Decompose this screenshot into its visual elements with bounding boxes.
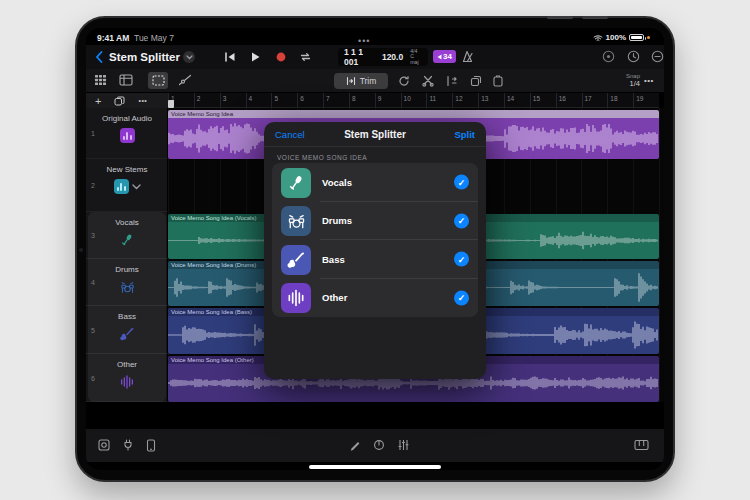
marquee-tool-icon[interactable] [148,72,168,89]
skip-to-beginning-button[interactable] [224,51,236,63]
ruler-bar-number: 6 [297,93,323,107]
project-title: Stem Splitter [109,51,180,63]
ruler-bar-number: 15 [530,93,556,107]
scissors-icon[interactable] [422,75,434,87]
track-row-other[interactable]: 6 Other [86,354,168,402]
track-row-bass[interactable]: 5 Bass [86,306,168,354]
stem-options-list: Vocals ✓ Drums ✓ Bass ✓ Other [272,163,478,317]
track-name: Vocals [86,218,168,227]
cycle-button[interactable] [299,51,312,63]
home-indicator[interactable] [309,465,441,469]
ruler-bar-number: 13 [478,93,504,107]
page-background: 9:41 AM Tue May 7 ••• 100% Stem Splitter… [0,0,750,500]
record-button[interactable] [275,51,287,63]
bass-guitar-icon [286,250,306,270]
tracks-view-icon[interactable] [119,74,133,86]
knob-icon[interactable] [373,439,385,451]
pencil-icon[interactable] [349,439,361,451]
paste-icon[interactable] [492,75,504,87]
volume-button [547,16,573,19]
track-name: Drums [86,265,168,274]
track-name: Original Audio [86,114,168,123]
stem-option-bass[interactable]: Bass ✓ [272,240,478,279]
region-label: Voice Memo Song Idea [168,110,659,118]
back-chevron-icon[interactable] [95,51,103,63]
trim-button[interactable]: Trim [334,73,388,89]
play-button[interactable] [249,51,261,63]
keyboard-icon[interactable] [634,439,649,451]
devices-icon[interactable] [146,439,156,452]
split-button[interactable]: Split [454,129,475,140]
edit-toolbar: Trim Snap1/4 ••• [86,69,664,93]
ruler-bar-number: 2 [194,93,220,107]
status-date: Tue May 7 [134,33,174,43]
drums-icon [286,211,307,231]
volume-button [582,16,608,19]
microphone-icon [119,232,135,248]
dialog-title: Stem Splitter [264,129,486,140]
track-name: Bass [86,312,168,321]
waveform-badge-icon [114,179,129,194]
snap-setting[interactable]: Snap1/4 [604,72,640,88]
ruler-bar-number: 11 [426,93,452,107]
loop-icon[interactable] [398,75,410,87]
loop-browser-icon[interactable] [98,439,110,451]
clock-icon[interactable] [627,50,640,63]
bar-ruler[interactable]: 12345678910111213141516171819 [168,93,659,108]
add-track-button[interactable]: + [95,96,101,106]
stem-label: Other [322,279,347,318]
status-right: 100% [593,33,650,42]
wifi-icon [593,34,603,42]
main-toolbar: Stem Splitter 1 1 1 001 120.0 4/4C maj 3… [86,45,664,69]
metronome-icon[interactable] [462,50,475,63]
charging-dot-icon [647,36,650,39]
waveform-icon [286,288,306,308]
logic-pro-screen: 9:41 AM Tue May 7 ••• 100% Stem Splitter… [86,28,664,470]
waveform-icon [119,374,135,390]
checkmark-icon[interactable]: ✓ [454,290,469,305]
grid-view-icon[interactable] [94,74,107,86]
waveform-badge-icon [120,128,135,143]
stem-label: Drums [322,202,352,241]
copy-icon[interactable] [470,75,482,87]
stem-label: Vocals [322,163,352,202]
ruler-bar-number: 4 [246,93,272,107]
ruler-bar-number: 16 [556,93,582,107]
track-row-original-audio[interactable]: 1 Original Audio [86,108,168,159]
track-row-vocals[interactable]: 3 Vocals [86,212,168,259]
automation-tool-icon[interactable] [178,74,192,86]
record-circle-icon[interactable] [602,50,615,63]
battery-icon [629,34,644,41]
edit-more-icon[interactable]: ••• [644,76,654,85]
plugins-icon[interactable] [122,439,134,451]
chevron-down-icon[interactable] [132,184,141,190]
stem-option-other[interactable]: Other ✓ [272,279,478,318]
ruler-bar-number: 3 [220,93,246,107]
stem-label: Bass [322,240,345,279]
ruler-bar-number: 5 [271,93,297,107]
stem-option-vocals[interactable]: Vocals ✓ [272,163,478,202]
count-badge[interactable]: 34 [433,50,456,63]
minus-circle-icon[interactable] [651,50,664,63]
front-camera [79,248,83,252]
checkmark-icon[interactable]: ✓ [454,175,469,190]
time-signature-key: 4/4C maj [410,49,422,66]
checkmark-icon[interactable]: ✓ [454,252,469,267]
stem-option-drums[interactable]: Drums ✓ [272,202,478,241]
ruler-bar-number: 10 [401,93,427,107]
track-more-icon[interactable]: ••• [138,97,147,104]
lcd-display[interactable]: 1 1 1 001 120.0 4/4C maj [338,48,428,66]
track-row-drums[interactable]: 4 Drums [86,259,168,306]
mixer-icon[interactable] [397,439,410,451]
checkmark-icon[interactable]: ✓ [454,213,469,228]
duplicate-icon[interactable] [114,96,125,106]
track-row-new-stems[interactable]: 2 New Stems [86,159,168,212]
split-tool-icon[interactable] [446,75,458,87]
bottom-toolbar [86,428,664,462]
playhead-marker[interactable] [168,100,174,108]
drums-icon [119,279,136,295]
status-time: 9:41 AM Tue May 7 [97,33,174,43]
microphone-icon [286,173,306,193]
title-chevron-down-icon[interactable] [183,51,195,63]
dialog-section-label: VOICE MEMO SONG IDEA [277,154,367,161]
